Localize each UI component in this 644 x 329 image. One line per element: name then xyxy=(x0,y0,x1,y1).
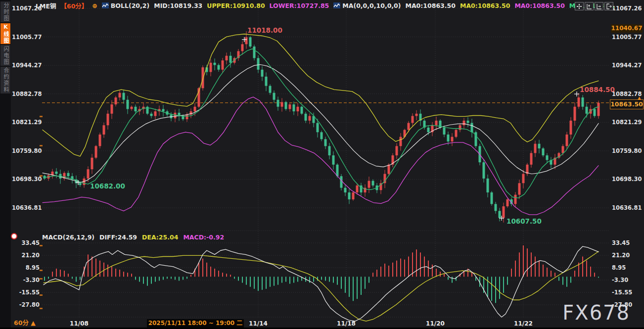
chart-toolbar xyxy=(575,2,613,10)
axis-tick-price-right-6: 10698.30 xyxy=(612,176,643,183)
link-icon[interactable]: ⊕ xyxy=(92,2,97,9)
date-tick-4: 11/22 xyxy=(514,320,533,327)
svg-text:11018.00: 11018.00 xyxy=(247,26,282,34)
ma-label: MA(0,0,0,10,0,0) xyxy=(342,2,401,9)
y-axis-zoom-icon xyxy=(586,3,592,9)
axis-tick-macd-right-2: 8.95 xyxy=(612,264,643,271)
period-label[interactable]: 【60分】 xyxy=(60,1,88,10)
price-up-arrow-icon: ▲ xyxy=(638,95,641,100)
exit-button[interactable] xyxy=(604,2,613,10)
sidebar-tab-kline-chart[interactable]: K线图 xyxy=(0,23,10,44)
axis-tick-price-right-7: 10636.81 xyxy=(612,204,643,211)
alert-price-badge: 11040.67 xyxy=(611,24,643,33)
date-tick-2: 11/18 xyxy=(337,320,356,327)
axis-tick-macd-right-4: -15.55 xyxy=(612,289,643,296)
exit-icon xyxy=(606,3,612,9)
indicator-header: LME铜 【60分】 ⊕ BOLL(20,2) MID:10819.33 UPP… xyxy=(11,0,614,11)
axis-tick-macd-left-4: -15.55 xyxy=(12,289,40,296)
boll-lower-value: LOWER:10727.85 xyxy=(270,2,329,9)
axis-tick-macd-left-0: 33.45 xyxy=(12,239,40,246)
macd-diff-value: DIFF:24.59 xyxy=(99,234,137,241)
date-tick-1: 11/14 xyxy=(249,320,268,327)
current-bar-session: 2025/11/11 18:00 ~ 19:00 二 xyxy=(147,319,244,328)
y-axis-zoom-button[interactable] xyxy=(585,2,594,10)
axis-tick-macd-right-1: 21.20 xyxy=(612,252,643,259)
boll-indicator-icon[interactable] xyxy=(102,2,109,8)
axis-tick-price-left-6: 10698.30 xyxy=(12,176,40,183)
chart-window: 11018.0010682.0010607.5010884.50 分时图 K线图… xyxy=(0,0,644,329)
ma-value-1: MA0:10863.50 xyxy=(460,2,510,9)
ma-value-2: MA0:10863.50 xyxy=(514,2,564,9)
x-axis-zoom-button[interactable] xyxy=(595,2,603,10)
axis-tick-price-left-2: 10944.27 xyxy=(12,62,40,69)
axis-tick-price-left-4: 10821.29 xyxy=(12,119,40,126)
period-indicator[interactable]: 60分 ▲ xyxy=(14,318,36,327)
boll-upper-value: UPPER:10910.80 xyxy=(207,2,265,9)
indicator-dot-icon[interactable] xyxy=(11,233,17,239)
axis-tick-macd-left-1: 21.20 xyxy=(12,252,40,259)
symbol-name: LME铜 xyxy=(36,1,56,10)
svg-text:10884.50: 10884.50 xyxy=(580,86,615,94)
axis-tick-macd-left-2: 8.95 xyxy=(12,264,40,271)
ma-value-0: MA0:10863.50 xyxy=(406,2,456,9)
current-price-badge: 10863.50 xyxy=(610,99,644,109)
pan-icon xyxy=(576,3,582,9)
axis-tick-macd-left-3: -3.30 xyxy=(12,277,40,283)
axis-tick-price-right-4: 10821.29 xyxy=(612,119,643,126)
boll-mid-value: MID:10819.33 xyxy=(154,2,202,9)
date-tick-3: 11/20 xyxy=(426,320,445,327)
macd-header: MACD(26,12,9) DIFF:24.59 DEA:25.04 MACD:… xyxy=(42,233,229,241)
macd-dea-value: DEA:25.04 xyxy=(142,234,178,241)
pan-move-button[interactable] xyxy=(575,2,584,10)
sidebar-tab-contract-info[interactable]: 合约资料 xyxy=(0,67,10,94)
sidebar-tab-lightning-chart[interactable]: 闪电图 xyxy=(0,45,10,66)
axis-tick-price-left-7: 10636.81 xyxy=(12,204,40,211)
axis-tick-price-left-5: 10759.80 xyxy=(12,147,40,154)
axis-tick-price-left-1: 11005.77 xyxy=(12,34,40,41)
axis-tick-price-right-5: 10759.80 xyxy=(612,147,643,154)
macd-macd-value: MACD:-0.92 xyxy=(183,234,224,241)
axis-tick-price-right-2: 10944.27 xyxy=(612,62,643,69)
sidebar: 分时图 K线图 闪电图 合约资料 xyxy=(0,0,11,329)
axis-tick-macd-left-5: -27.80 xyxy=(12,301,40,308)
macd-label: MACD(26,12,9) xyxy=(42,234,94,241)
axis-tick-price-left-3: 10882.78 xyxy=(12,91,40,97)
svg-text:10607.50: 10607.50 xyxy=(506,217,542,225)
boll-label: BOLL(20,2) xyxy=(111,2,149,9)
axis-tick-macd-right-0: 33.45 xyxy=(612,239,643,246)
date-tick-0: 11/08 xyxy=(70,320,89,327)
axis-tick-price-right-0: 11067.26 xyxy=(612,5,643,12)
x-axis-zoom-icon xyxy=(596,3,602,9)
axis-tick-macd-right-3: -3.30 xyxy=(612,277,643,283)
sidebar-tab-time-chart[interactable]: 分时图 xyxy=(0,1,10,22)
axis-tick-price-right-1: 11005.77 xyxy=(612,34,643,41)
axis-tick-macd-right-5: -27.80 xyxy=(612,301,643,308)
ma-indicator-icon[interactable] xyxy=(333,2,340,8)
svg-text:10682.00: 10682.00 xyxy=(90,182,125,190)
candlestick-chart[interactable]: 11018.0010682.0010607.5010884.50 xyxy=(0,0,644,329)
